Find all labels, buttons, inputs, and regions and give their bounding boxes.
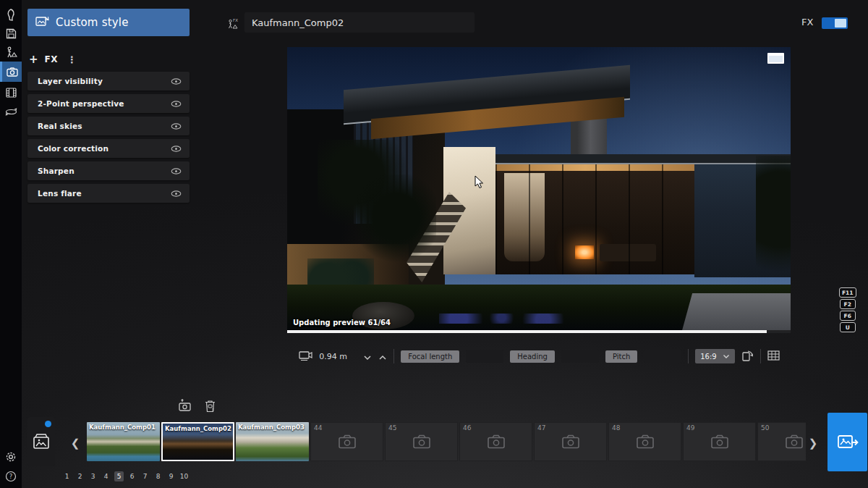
preview-progress-fill: [287, 330, 767, 333]
preview-roof-right: [481, 154, 791, 164]
page-3[interactable]: 3: [88, 471, 98, 481]
chevron-down-icon[interactable]: [363, 350, 372, 363]
add-effect-button[interactable]: + FX ⋮: [29, 51, 77, 68]
page-8[interactable]: 8: [153, 471, 163, 481]
fx-toggle-switch[interactable]: [822, 17, 848, 29]
empty-photo-slot[interactable]: 48: [608, 422, 681, 461]
photo-thumbnail[interactable]: Kaufmann_Comp03: [236, 422, 309, 461]
chevron-up-icon[interactable]: [378, 350, 387, 363]
delete-photo-button[interactable]: [201, 397, 218, 414]
render-export-icon: [837, 434, 859, 451]
eye-icon[interactable]: [171, 168, 182, 174]
preview-progress-track: [287, 330, 791, 333]
panorama-mode-icon[interactable]: [0, 102, 22, 121]
heading-button[interactable]: Heading: [510, 350, 555, 363]
strip-scroll-right[interactable]: ❯: [806, 430, 820, 456]
focal-length-button[interactable]: Focal length: [401, 350, 459, 363]
divider: [393, 349, 394, 363]
eye-icon[interactable]: [171, 146, 182, 152]
camera-icon: [338, 434, 357, 450]
preview-status: Updating preview 61/64: [293, 319, 391, 327]
page-6[interactable]: 6: [127, 471, 137, 481]
effect-2point-perspective[interactable]: 2-Point perspective: [27, 94, 190, 113]
pitch-field[interactable]: [644, 350, 681, 363]
effect-lens-flare[interactable]: Lens flare: [27, 184, 190, 203]
photo-thumbnail-selected[interactable]: Kaufmann_Comp02: [161, 422, 234, 461]
divider: [760, 349, 761, 363]
preview-flowers: [439, 314, 569, 324]
photo-name-input[interactable]: Kaufmann_Comp02: [244, 12, 475, 33]
mouse-cursor: [475, 175, 484, 192]
photo-mode-icon[interactable]: [0, 62, 22, 82]
camera-controls-bar: 0.94 m Focal length Heading Pitch 16:9: [287, 345, 791, 367]
environment-icon[interactable]: [0, 43, 22, 62]
preview-walkway: [681, 293, 791, 333]
page-10[interactable]: 10: [179, 471, 189, 481]
pitch-button[interactable]: Pitch: [605, 350, 637, 363]
svg-text:?: ?: [9, 473, 13, 480]
eye-icon[interactable]: [171, 78, 182, 85]
cursor-tool-icon[interactable]: [0, 5, 22, 24]
effect-sharpen[interactable]: Sharpen: [27, 161, 190, 180]
eye-icon[interactable]: [171, 190, 182, 197]
focal-length-field[interactable]: [466, 350, 503, 363]
app-window: ? Custom style + FX ⋮ Layer visibility 2…: [0, 0, 868, 488]
notification-dot: [45, 421, 51, 427]
grid-icon[interactable]: [767, 350, 780, 363]
custom-style-header[interactable]: Custom style: [27, 9, 190, 36]
hotkey-f2[interactable]: F2: [840, 299, 856, 309]
preview-tree: [357, 174, 436, 269]
empty-photo-slot[interactable]: 46: [459, 422, 532, 461]
empty-photo-slot[interactable]: 49: [683, 422, 756, 461]
page-4[interactable]: 4: [101, 471, 111, 481]
page-2[interactable]: 2: [75, 471, 85, 481]
empty-photo-slot[interactable]: 45: [385, 422, 458, 461]
hotkey-f6[interactable]: F6: [840, 311, 856, 321]
page-5-active[interactable]: 5: [114, 471, 124, 481]
render-photo-button[interactable]: [827, 413, 867, 471]
camera-icon: [710, 434, 729, 450]
orientation-icon[interactable]: [741, 349, 754, 364]
photo-filmstrip: Kaufmann_Comp01 Kaufmann_Comp02 Kaufmann…: [87, 422, 806, 464]
page-7[interactable]: 7: [140, 471, 150, 481]
svg-text:FX: FX: [233, 18, 238, 22]
preview-right-vegetation: [756, 156, 791, 290]
eye-icon[interactable]: [171, 101, 182, 107]
strip-scroll-left[interactable]: ❮: [68, 430, 82, 456]
aspect-ratio-select[interactable]: 16:9: [695, 349, 734, 363]
empty-photo-slot[interactable]: 47: [534, 422, 607, 461]
more-options-icon[interactable]: ⋮: [67, 54, 77, 65]
empty-photo-slot[interactable]: 50: [757, 422, 806, 461]
effect-color-correction[interactable]: Color correction: [27, 139, 190, 158]
photo-set-icon: [32, 433, 51, 450]
camera-height-icon: [298, 350, 312, 363]
empty-photo-slot[interactable]: 44: [310, 422, 383, 461]
help-icon[interactable]: ?: [0, 467, 22, 486]
maximize-preview-button[interactable]: [767, 53, 784, 64]
save-icon[interactable]: [0, 24, 22, 43]
heading-field[interactable]: [561, 350, 599, 363]
take-photo-button[interactable]: [176, 397, 194, 414]
fx-toggle-label: FX: [801, 17, 813, 28]
preview-image[interactable]: Updating preview 61/64: [287, 47, 791, 333]
camera-icon: [487, 434, 506, 450]
effect-layer-visibility[interactable]: Layer visibility: [27, 72, 190, 91]
hotkey-hints: F11 F2 F6 U: [839, 287, 856, 332]
hotkey-u[interactable]: U: [840, 322, 856, 332]
camera-height-value[interactable]: 0.94 m: [319, 352, 357, 361]
settings-icon[interactable]: [0, 447, 22, 466]
mode-toolbar: ?: [0, 0, 22, 488]
hotkey-f11[interactable]: F11: [839, 287, 856, 298]
custom-style-icon: [35, 16, 49, 30]
effect-real-skies[interactable]: Real skies: [27, 117, 190, 135]
eye-icon[interactable]: [171, 123, 182, 130]
toggle-knob: [835, 19, 846, 28]
chevron-down-icon: [723, 354, 730, 359]
plus-icon: +: [29, 53, 38, 66]
photo-thumbnail[interactable]: Kaufmann_Comp01: [87, 422, 160, 461]
preview-glass-mullions: [495, 164, 694, 274]
movie-mode-icon[interactable]: [0, 83, 22, 102]
page-1[interactable]: 1: [62, 471, 72, 481]
page-9[interactable]: 9: [166, 471, 176, 481]
divider: [688, 349, 689, 363]
